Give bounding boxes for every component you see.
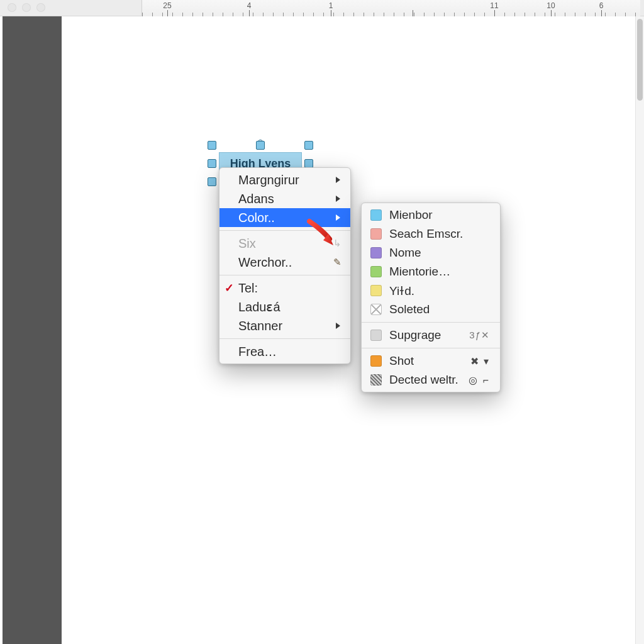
color-menu-item[interactable]: Seach Emscr. [362, 225, 500, 243]
menu-separator [219, 230, 350, 231]
resize-handle-ml[interactable] [208, 159, 216, 168]
document-canvas[interactable]: High Lyens MargngirurAdansColor..Six↳Wer… [62, 16, 635, 644]
window-toolbar: 254111106 [0, 0, 644, 16]
color-swatch-icon [370, 209, 382, 221]
color-menu-label: Nome [389, 246, 421, 260]
close-window-icon[interactable] [8, 3, 16, 12]
menu-separator [219, 275, 350, 275]
menu-item-label: Laduɛá [238, 299, 280, 314]
scrollbar-thumb[interactable] [637, 19, 643, 101]
ruler-label: 25 [163, 1, 171, 10]
color-menu-item[interactable]: Shot✖ ▾ [362, 352, 500, 370]
ruler-label: 4 [247, 1, 252, 10]
zoom-window-icon[interactable] [36, 3, 45, 12]
menu-item[interactable]: Adans [219, 189, 350, 208]
color-swatch-icon [370, 266, 382, 277]
color-menu-item[interactable]: Supgrage3ƒ✕ [362, 326, 500, 345]
vertical-scrollbar[interactable] [635, 16, 644, 644]
menu-trailing-icon: ↳ [314, 238, 341, 249]
color-swatch-icon [370, 355, 382, 367]
color-submenu[interactable]: MienborSeach Emscr.NomeMientorie…Yiɫd.So… [361, 203, 501, 392]
color-menu-label: Yiɫd. [389, 284, 414, 298]
submenu-arrow-icon [316, 322, 341, 330]
menu-shortcut: 3ƒ✕ [469, 330, 490, 341]
color-menu-item[interactable]: Mientorie… [362, 262, 500, 281]
menu-item-label: Frea… [238, 345, 277, 359]
color-swatch-icon [370, 330, 382, 341]
menu-item-label: Stanner [238, 319, 282, 333]
color-swatch-icon [370, 374, 382, 386]
menu-separator [362, 348, 500, 348]
menu-item[interactable]: Stanner [219, 316, 350, 335]
menu-item[interactable]: Color.. [219, 208, 350, 227]
resize-handle-bl[interactable] [208, 177, 216, 186]
window-traffic-lights[interactable] [8, 3, 45, 12]
submenu-arrow-icon [316, 195, 341, 203]
menu-item: Six↳ [219, 234, 350, 253]
context-menu[interactable]: MargngirurAdansColor..Six↳Werchor..✎✓Tel… [219, 167, 351, 364]
minimize-window-icon[interactable] [22, 3, 31, 12]
menu-item[interactable]: Margngirur [219, 170, 350, 189]
menu-trailing-icon: ✎ [314, 257, 341, 268]
menu-item[interactable]: Werchor..✎ [219, 253, 350, 272]
menu-item-label: Margngirur [238, 173, 299, 187]
menu-item-label: Color.. [238, 211, 275, 225]
color-menu-label: Mienbor [389, 208, 433, 222]
menu-separator [362, 322, 500, 323]
checkmark-icon: ✓ [225, 281, 234, 295]
color-menu-label: Dected weltr. [389, 373, 458, 387]
color-menu-label: Supgrage [389, 328, 441, 342]
color-swatch-icon [370, 304, 382, 315]
menu-item[interactable]: ✓Tel: [219, 279, 350, 297]
menu-item-label: Tel: [238, 281, 258, 296]
ruler-label: 10 [547, 1, 555, 10]
ruler-label: 6 [599, 1, 604, 10]
menu-item[interactable]: Frea… [219, 342, 350, 361]
color-menu-label: Mientorie… [389, 265, 450, 279]
resize-handle-tl[interactable] [208, 141, 216, 150]
submenu-arrow-icon [316, 176, 341, 184]
color-menu-label: Shot [389, 354, 414, 368]
menu-trailing-icon: ✖ ▾ [470, 355, 490, 367]
color-swatch-icon [370, 247, 382, 258]
color-menu-item[interactable]: Nome [362, 243, 500, 262]
color-menu-item[interactable]: Yiɫd. [362, 281, 500, 300]
color-swatch-icon [370, 228, 382, 240]
color-swatch-icon [370, 285, 382, 296]
menu-trailing-icon: ◎ ⌐ [469, 374, 490, 386]
color-menu-item[interactable]: Mienbor [362, 206, 500, 225]
menu-separator [219, 338, 350, 339]
menu-item[interactable]: Laduɛá [219, 297, 350, 316]
color-menu-label: Seach Emscr. [389, 227, 463, 241]
color-menu-label: Soleted [389, 303, 430, 316]
color-menu-item[interactable]: Dected weltr.◎ ⌐ [362, 370, 500, 389]
horizontal-ruler[interactable]: 254111106 [142, 0, 640, 16]
menu-item-label: Adans [238, 192, 274, 206]
ruler-label: 1 [329, 1, 333, 10]
menu-item-label: Werchor.. [238, 255, 292, 270]
resize-handle-mr[interactable] [304, 159, 313, 168]
resize-handle-tm[interactable] [256, 141, 265, 150]
resize-handle-tr[interactable] [304, 141, 313, 150]
left-sidebar-panel [3, 16, 62, 644]
submenu-arrow-icon [316, 214, 341, 221]
menu-item-label: Six [238, 236, 256, 251]
color-menu-item[interactable]: Soleted [362, 300, 500, 319]
ruler-label: 11 [490, 1, 498, 10]
